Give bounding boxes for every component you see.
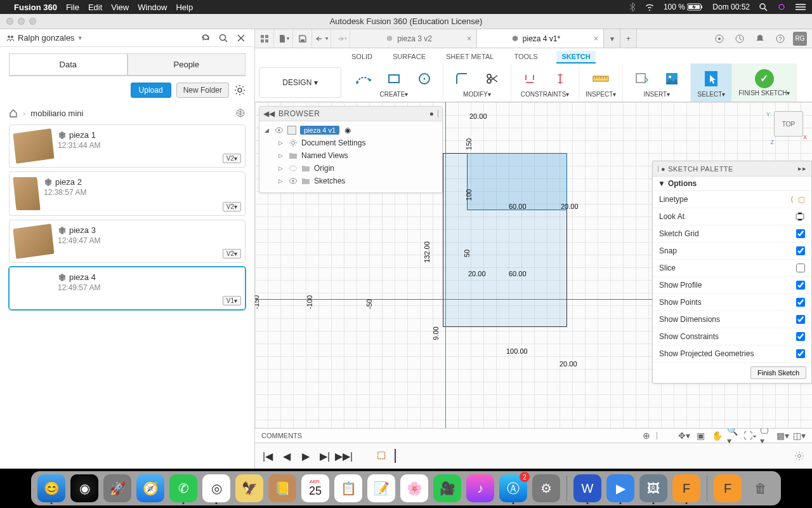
traffic-minimize[interactable] (18, 18, 25, 25)
inspect-label[interactable]: INSPECT▾ (586, 91, 616, 98)
timeline-start-icon[interactable]: |◀ (261, 450, 274, 462)
palette-row-dimensions[interactable]: Show Dimensions (653, 311, 811, 328)
contacts-app-icon[interactable]: 📒 (268, 474, 296, 502)
help-icon[interactable]: ? (773, 31, 788, 46)
palette-row-grid[interactable]: Sketch Grid (653, 225, 811, 243)
viewcube[interactable]: TOP (774, 111, 803, 137)
palette-row-snap[interactable]: Snap (653, 243, 811, 260)
version-chip[interactable]: V2▾ (223, 154, 241, 163)
select-icon[interactable] (699, 68, 723, 90)
timeline-prev-icon[interactable]: ◀ (280, 450, 293, 462)
eye-icon[interactable] (275, 127, 284, 133)
timeline-end-icon[interactable]: ▶▶| (337, 450, 350, 462)
close-panel-icon[interactable] (234, 31, 248, 45)
palette-row-profile[interactable]: Show Profile (653, 277, 811, 294)
job-status-icon[interactable] (732, 31, 747, 46)
tree-item[interactable]: ▷Sketches (277, 175, 438, 187)
file-item[interactable]: pieza 1 12:31:44 AM V2▾ (9, 124, 246, 168)
fusion-app-icon[interactable]: F (672, 474, 700, 502)
siri-app-icon[interactable]: ◉ (70, 474, 98, 502)
zoom-icon[interactable]: 🔍▾ (727, 429, 740, 442)
rib-tab-surface[interactable]: SURFACE (391, 51, 427, 64)
palette-row-projected[interactable]: Show Projected Geometries (653, 345, 811, 363)
tab-people[interactable]: People (128, 53, 246, 76)
file-item[interactable]: pieza 2 12:38:57 AM V2▾ (9, 171, 246, 216)
rib-tab-solid[interactable]: SOLID (350, 51, 374, 64)
menu-help[interactable]: Help (176, 3, 193, 12)
vertical-constraint-icon[interactable] (548, 68, 572, 90)
insert-derive-icon[interactable] (629, 68, 653, 90)
settings-dot-icon[interactable]: ● (429, 109, 434, 118)
mail-app-icon[interactable]: 🦅 (235, 474, 263, 502)
comments-label[interactable]: COMMENTS (261, 432, 302, 439)
rib-tab-sheetmetal[interactable]: SHEET METAL (445, 51, 495, 64)
palette-row-lookat[interactable]: Look At (653, 208, 811, 225)
palette-row-linetype[interactable]: Linetype⟨ ▢ (653, 191, 811, 208)
select-label[interactable]: SELECT▾ (697, 91, 725, 98)
timeline-next-icon[interactable]: ▶| (318, 450, 331, 462)
eye-icon[interactable] (289, 178, 298, 184)
insert-label[interactable]: INSERT▾ (644, 91, 671, 98)
notes-app-icon[interactable]: 📝 (367, 474, 395, 502)
tree-item[interactable]: ▷Document Settings (277, 137, 438, 149)
trim-icon[interactable] (480, 68, 504, 90)
finish-sketch-icon[interactable]: ✓ (755, 69, 774, 88)
file-item[interactable]: pieza 3 12:49:47 AM V2▾ (9, 220, 246, 263)
measure-icon[interactable] (589, 68, 613, 90)
display-icon[interactable]: 🖵▾ (760, 429, 773, 442)
new-folder-button[interactable]: New Folder (176, 83, 229, 98)
tab-data[interactable]: Data (9, 53, 128, 76)
traffic-close[interactable] (6, 18, 13, 25)
modify-label[interactable]: MODIFY▾ (463, 91, 491, 98)
insert-image-icon[interactable] (660, 68, 684, 90)
search-icon[interactable] (216, 31, 230, 45)
file-item[interactable]: pieza 4 12:49:57 AM V1▾ (9, 267, 246, 310)
upload-button[interactable]: Upload (131, 83, 171, 98)
extensions-icon[interactable] (712, 31, 727, 46)
close-icon[interactable]: × (467, 34, 471, 43)
calendar-app-icon[interactable]: ABR.25 (301, 474, 329, 502)
menu-edit[interactable]: Edit (88, 3, 102, 12)
safari-app-icon[interactable]: 🧭 (136, 474, 164, 502)
version-chip[interactable]: V2▾ (223, 249, 241, 258)
traffic-zoom[interactable] (29, 18, 36, 25)
palette-row-constraints[interactable]: Show Constraints (653, 328, 811, 345)
menubar-app-name[interactable]: Fusion 360 (14, 3, 57, 12)
lookat-nav-icon[interactable]: ▣ (694, 429, 707, 442)
finish-label[interactable]: FINISH SKETCH▾ (738, 90, 790, 97)
word-app-icon[interactable]: W (573, 474, 601, 502)
lookat-icon[interactable] (795, 212, 805, 221)
radio-active-icon[interactable]: ◉ (344, 126, 351, 135)
doc-tab[interactable]: pieza 4 v1*× (477, 29, 604, 48)
rib-tab-tools[interactable]: TOOLS (513, 51, 539, 64)
circle-icon[interactable] (412, 68, 436, 90)
rib-tab-sketch[interactable]: SKETCH (556, 51, 595, 64)
music-app-icon[interactable]: ♪ (466, 474, 494, 502)
line-icon[interactable] (351, 68, 376, 90)
tree-root[interactable]: ◢ pieza 4 v1 ◉ (263, 124, 438, 137)
gear-icon[interactable] (234, 84, 246, 96)
constraints-label[interactable]: CONSTRAINTS▾ (521, 91, 570, 98)
finder-app-icon[interactable]: 😊 (37, 474, 65, 502)
refresh-icon[interactable] (199, 31, 213, 45)
home-icon[interactable] (9, 109, 18, 117)
clock[interactable]: Dom 00:52 (712, 3, 750, 11)
whatsapp-app-icon[interactable]: ✆ (169, 474, 197, 502)
preview-app-icon[interactable]: 🖼 (639, 474, 667, 502)
version-chip[interactable]: V1▾ (223, 296, 241, 305)
palette-row-slice[interactable]: Slice (653, 260, 811, 277)
eye-off-icon[interactable] (289, 165, 298, 171)
dropdown-tab-icon[interactable]: ▾ (604, 29, 620, 48)
workspace-switcher[interactable]: DESIGN ▾ (259, 67, 341, 98)
redo-icon[interactable]: ▾ (331, 29, 350, 48)
collapse-icon[interactable]: ◀◀ (263, 109, 275, 118)
palette-row-points[interactable]: Show Points (653, 294, 811, 311)
reminders-app-icon[interactable]: 📋 (334, 474, 362, 502)
expand-icon[interactable]: ▸▸ (798, 164, 806, 173)
chrome-app-icon[interactable]: ◎ (202, 474, 230, 502)
wifi-icon[interactable] (645, 3, 655, 11)
pan-icon[interactable]: ✋ (710, 429, 723, 442)
menu-view[interactable]: View (111, 3, 129, 12)
facetime-app-icon[interactable]: 🎥 (433, 474, 461, 502)
file-menu-icon[interactable]: ▾ (274, 29, 293, 48)
